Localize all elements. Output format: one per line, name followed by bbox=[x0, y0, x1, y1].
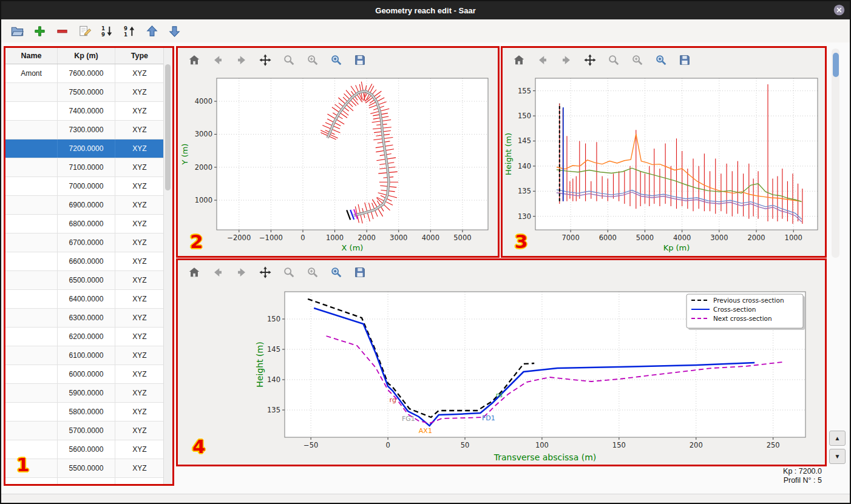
table-row[interactable]: 6900.0000XYZ bbox=[5, 196, 164, 215]
table-header-2[interactable]: Type bbox=[115, 48, 164, 64]
cell-type[interactable]: XYZ bbox=[115, 121, 164, 139]
cell-type[interactable]: XYZ bbox=[115, 309, 164, 327]
cell-kp[interactable]: 6100.0000 bbox=[58, 346, 115, 365]
table-scrollbar-thumb[interactable] bbox=[165, 64, 171, 190]
table-row[interactable]: 6700.0000XYZ bbox=[5, 234, 164, 252]
cell-kp[interactable]: 5500.0000 bbox=[58, 459, 115, 477]
cell-kp[interactable]: 6000.0000 bbox=[58, 365, 115, 383]
zoom-button[interactable] bbox=[606, 52, 622, 68]
cell-name[interactable] bbox=[5, 403, 58, 421]
home-button[interactable] bbox=[511, 52, 527, 68]
back-button[interactable] bbox=[535, 52, 551, 68]
cell-name[interactable] bbox=[5, 271, 58, 289]
cell-kp[interactable]: 6700.0000 bbox=[58, 234, 115, 252]
cell-name[interactable] bbox=[5, 102, 58, 120]
edit-button[interactable] bbox=[76, 22, 93, 39]
save-button[interactable] bbox=[677, 52, 693, 68]
zoom-window-button[interactable] bbox=[653, 52, 669, 68]
table-row[interactable]: 7100.0000XYZ bbox=[5, 158, 164, 177]
cell-type[interactable]: XYZ bbox=[115, 271, 164, 289]
right-scrollbar[interactable] bbox=[832, 49, 839, 258]
cell-name[interactable] bbox=[5, 365, 58, 383]
table-row[interactable]: 5700.0000XYZ bbox=[5, 422, 164, 440]
remove-button[interactable] bbox=[53, 22, 70, 39]
cell-kp[interactable]: 6600.0000 bbox=[58, 252, 115, 270]
table-row[interactable]: 6400.0000XYZ bbox=[5, 290, 164, 309]
table-row[interactable]: 5900.0000XYZ bbox=[5, 384, 164, 403]
cell-name[interactable] bbox=[5, 309, 58, 327]
cell-type[interactable]: XYZ bbox=[115, 196, 164, 214]
cell-kp[interactable]: 6800.0000 bbox=[58, 215, 115, 233]
profile-down-button[interactable]: ▼ bbox=[829, 449, 846, 464]
cell-name[interactable] bbox=[5, 459, 58, 477]
forward-button[interactable] bbox=[234, 264, 249, 280]
table-row[interactable]: 6600.0000XYZ bbox=[5, 252, 164, 271]
cell-type[interactable]: XYZ bbox=[115, 365, 164, 383]
cell-name[interactable]: Amont bbox=[5, 64, 58, 82]
cell-name[interactable] bbox=[5, 234, 58, 252]
home-button[interactable] bbox=[186, 264, 202, 280]
sort-ascending-button[interactable]: 91 bbox=[121, 22, 138, 39]
zoom-original-button[interactable] bbox=[305, 264, 320, 280]
cell-type[interactable]: XYZ bbox=[115, 139, 164, 158]
cell-type[interactable]: XYZ bbox=[115, 478, 164, 484]
table-row[interactable]: 7400.0000XYZ bbox=[5, 102, 164, 121]
cross-section-plot[interactable]: −50050100150200250135140145150Transverse… bbox=[178, 284, 825, 466]
home-button[interactable] bbox=[186, 52, 202, 68]
cell-name[interactable] bbox=[5, 177, 58, 195]
cell-name[interactable] bbox=[5, 328, 58, 346]
zoom-button[interactable] bbox=[281, 264, 297, 280]
cell-kp[interactable]: 6900.0000 bbox=[58, 196, 115, 214]
open-folder-button[interactable] bbox=[8, 22, 25, 39]
forward-button[interactable] bbox=[234, 52, 249, 68]
cell-kp[interactable]: 7600.0000 bbox=[58, 64, 115, 82]
cell-kp[interactable]: 7500.0000 bbox=[58, 83, 115, 101]
forward-button[interactable] bbox=[558, 52, 574, 68]
table-row[interactable]: 6800.0000XYZ bbox=[5, 215, 164, 234]
close-button[interactable] bbox=[833, 4, 846, 16]
cell-kp[interactable]: 5400.0000 bbox=[58, 478, 115, 484]
cell-type[interactable]: XYZ bbox=[115, 346, 164, 365]
cell-kp[interactable]: 5900.0000 bbox=[58, 384, 115, 402]
table-scrollbar[interactable] bbox=[163, 48, 172, 484]
table-row[interactable]: 7200.0000XYZ bbox=[5, 139, 164, 158]
plan-plot-svg[interactable]: −2000−1000010002000300040005000100020003… bbox=[178, 72, 498, 254]
cell-type[interactable]: XYZ bbox=[115, 177, 164, 195]
cell-type[interactable]: XYZ bbox=[115, 328, 164, 346]
table-header-1[interactable]: Kp (m) bbox=[58, 48, 115, 64]
cell-type[interactable]: XYZ bbox=[115, 102, 164, 120]
cell-name[interactable] bbox=[5, 346, 58, 365]
zoom-window-button[interactable] bbox=[328, 52, 344, 68]
cell-type[interactable]: XYZ bbox=[115, 234, 164, 252]
cell-kp[interactable]: 6500.0000 bbox=[58, 271, 115, 289]
zoom-button[interactable] bbox=[281, 52, 297, 68]
table-header-0[interactable]: Name bbox=[5, 48, 58, 64]
cell-name[interactable] bbox=[5, 139, 58, 158]
save-button[interactable] bbox=[352, 52, 368, 68]
table-row[interactable]: 5800.0000XYZ bbox=[5, 403, 164, 422]
cell-type[interactable]: XYZ bbox=[115, 158, 164, 176]
table-row[interactable]: 6100.0000XYZ bbox=[5, 346, 164, 365]
table-row[interactable]: 7000.0000XYZ bbox=[5, 177, 164, 196]
cell-kp[interactable]: 6400.0000 bbox=[58, 290, 115, 308]
cell-kp[interactable]: 7200.0000 bbox=[58, 139, 115, 158]
cell-name[interactable] bbox=[5, 478, 58, 484]
cell-name[interactable] bbox=[5, 384, 58, 402]
cell-type[interactable]: XYZ bbox=[115, 64, 164, 82]
cell-name[interactable] bbox=[5, 215, 58, 233]
sort-descending-button[interactable]: 19 bbox=[98, 22, 115, 39]
cell-name[interactable] bbox=[5, 121, 58, 139]
save-button[interactable] bbox=[352, 264, 368, 280]
cell-kp[interactable]: 5600.0000 bbox=[58, 440, 115, 459]
cell-type[interactable]: XYZ bbox=[115, 459, 164, 477]
move-up-button[interactable] bbox=[143, 22, 160, 39]
cell-name[interactable] bbox=[5, 440, 58, 459]
cell-name[interactable] bbox=[5, 196, 58, 214]
cell-type[interactable]: XYZ bbox=[115, 83, 164, 101]
zoom-original-button[interactable] bbox=[305, 52, 320, 68]
cell-name[interactable] bbox=[5, 83, 58, 101]
cell-kp[interactable]: 7100.0000 bbox=[58, 158, 115, 176]
cell-kp[interactable]: 7000.0000 bbox=[58, 177, 115, 195]
table-row[interactable]: Amont7600.0000XYZ bbox=[5, 64, 164, 83]
table-row[interactable]: 6000.0000XYZ bbox=[5, 365, 164, 384]
